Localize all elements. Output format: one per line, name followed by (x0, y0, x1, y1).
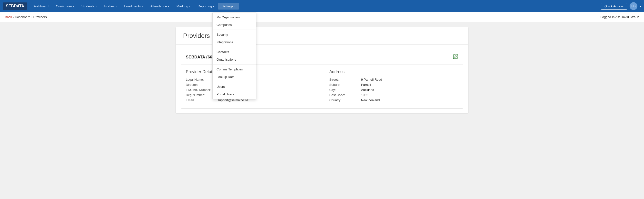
detail-label-city: City: (329, 88, 361, 92)
main-content: Providers SEBDATA (6661) Provider Detail… (0, 22, 644, 196)
dropdown-item-contacts[interactable]: Contacts (213, 48, 256, 56)
dropdown-item-campuses[interactable]: Campuses (213, 21, 256, 29)
detail-row-city: City: Auckland (329, 88, 458, 92)
chevron-down-icon: ▾ (234, 5, 236, 8)
detail-value-country: New Zealand (361, 98, 380, 102)
nav-item-marking[interactable]: Marking ▾ (173, 3, 194, 10)
detail-label-postcode: Post Code: (329, 93, 361, 97)
detail-row-country: Country: New Zealand (329, 98, 458, 102)
dropdown-section-users: Users Portal Users (213, 82, 256, 99)
detail-value-city: Auckland (361, 88, 374, 92)
nav-menu: Dashboard Curriculum ▾ Students ▾ Intake… (29, 3, 601, 10)
navbar: SEBDATA Dashboard Curriculum ▾ Students … (0, 0, 644, 12)
dropdown-item-portal-users[interactable]: Portal Users (213, 90, 256, 98)
dropdown-item-my-organisation[interactable]: My Organisation (213, 14, 256, 21)
user-menu-caret[interactable]: ▾ (640, 5, 641, 8)
breadcrumb-providers: Providers (34, 15, 47, 19)
nav-item-attendance[interactable]: Attendance ▾ (147, 3, 172, 10)
dropdown-item-users[interactable]: Users (213, 83, 256, 90)
breadcrumb: Back › Dashboard › Providers (5, 15, 47, 19)
detail-row-postcode: Post Code: 1052 (329, 93, 458, 97)
chevron-down-icon: ▾ (189, 5, 190, 8)
user-avatar[interactable]: DS (630, 2, 638, 10)
provider-address-section: Address Street: 9 Parnell Road Suburb: P… (329, 69, 458, 103)
detail-label-street: Street: (329, 78, 361, 81)
detail-row-street: Street: 9 Parnell Road (329, 78, 458, 81)
nav-item-intakes[interactable]: Intakes ▾ (100, 3, 120, 10)
quick-access-button[interactable]: Quick Access (601, 3, 627, 10)
chevron-down-icon: ▾ (73, 5, 74, 8)
dropdown-item-integrations[interactable]: Integrations (213, 38, 256, 46)
breadcrumb-separator-2: › (32, 16, 32, 19)
edit-icon[interactable] (453, 54, 458, 60)
detail-value-postcode: 1052 (361, 93, 368, 97)
nav-item-students[interactable]: Students ▾ (78, 3, 100, 10)
chevron-down-icon: ▾ (116, 5, 117, 8)
detail-label-country: Country: (329, 98, 361, 102)
brand-logo[interactable]: SEBDATA (3, 3, 27, 10)
nav-right: Quick Access DS ▾ (601, 2, 641, 10)
breadcrumb-dashboard[interactable]: Dashboard (15, 15, 30, 19)
dropdown-item-comms-templates[interactable]: Comms Templates (213, 66, 256, 73)
back-link[interactable]: Back (5, 15, 12, 19)
detail-label-suburb: Suburb: (329, 83, 361, 87)
chevron-down-icon: ▾ (168, 5, 169, 8)
chevron-down-icon: ▾ (96, 5, 97, 8)
nav-item-dashboard[interactable]: Dashboard (29, 3, 52, 10)
breadcrumb-separator-1: › (13, 16, 14, 19)
detail-value-suburb: Parnell (361, 83, 371, 87)
logged-in-label: Logged In As: David Straub (600, 15, 639, 19)
chevron-down-icon: ▾ (142, 5, 143, 8)
address-title: Address (329, 69, 458, 74)
breadcrumb-bar: Back › Dashboard › Providers Logged In A… (0, 12, 644, 22)
detail-row-suburb: Suburb: Parnell (329, 83, 458, 87)
detail-value-street: 9 Parnell Road (361, 78, 382, 81)
dropdown-item-organisations[interactable]: Organisations (213, 56, 256, 63)
dropdown-item-security[interactable]: Security (213, 31, 256, 38)
nav-item-reporting[interactable]: Reporting ▾ (194, 3, 218, 10)
settings-dropdown: My Organisation Campuses Security Integr… (212, 12, 256, 99)
dropdown-section-contacts: Contacts Organisations (213, 47, 256, 65)
chevron-down-icon: ▾ (213, 5, 214, 8)
nav-item-curriculum[interactable]: Curriculum ▾ (52, 3, 78, 10)
dropdown-section-security: Security Integrations (213, 30, 256, 47)
dropdown-section-org: My Organisation Campuses (213, 13, 256, 30)
nav-item-enrolments[interactable]: Enrolments ▾ (120, 3, 146, 10)
nav-item-settings[interactable]: Settings ▾ (218, 3, 239, 10)
dropdown-section-comms: Comms Templates Lookup Data (213, 65, 256, 82)
dropdown-item-lookup-data[interactable]: Lookup Data (213, 73, 256, 81)
